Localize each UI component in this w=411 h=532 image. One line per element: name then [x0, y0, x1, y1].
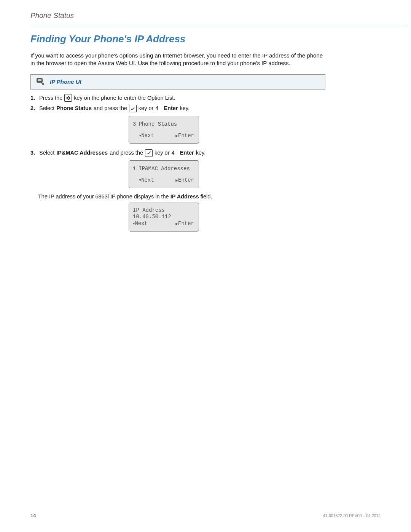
step-text: Select	[39, 104, 54, 113]
step-text: 4	[172, 149, 175, 157]
step-number: 1.	[30, 94, 37, 102]
step-text: key on the phone to enter the Option Lis…	[74, 94, 175, 102]
step-text: key.	[180, 104, 190, 113]
step-text: key or	[155, 149, 170, 157]
intro-paragraph: If you want to access your phone's optio…	[30, 52, 327, 67]
lcd-next: ▼Next	[133, 220, 148, 228]
lcd-enter: ▶Enter	[175, 176, 194, 184]
lcd-line: IP Address	[133, 207, 194, 214]
step-text: and press the	[110, 149, 143, 157]
step-text: 4	[155, 104, 158, 113]
step-bold: Enter	[180, 149, 194, 157]
step-text: Press the	[39, 94, 62, 102]
page-number: 14	[30, 513, 36, 518]
step-bold: Enter	[164, 104, 178, 113]
page-footer: 14 41-001522-00 REV00 – 04.2014	[30, 513, 381, 518]
header-rule	[30, 26, 407, 26]
step-2: 2. Select Phone Status and press the key…	[30, 104, 381, 113]
note-paragraph: The IP address of your 6863i IP phone di…	[38, 193, 381, 200]
check-key-icon	[145, 149, 153, 157]
callout-box: IP Phone UI	[30, 74, 325, 89]
lcd-screen-ipmac: 1 IP&MAC Addresses ▼Next ▶Enter	[129, 160, 199, 188]
step-3: 3. Select IP&MAC Addresses and press the…	[30, 149, 381, 157]
lcd-enter: ▶Enter	[175, 132, 194, 140]
step-bold: Phone Status	[56, 104, 92, 113]
lcd-screen-ip-address: IP Address 10.40.50.112 ▼Next ▶Enter	[129, 203, 199, 232]
lcd-ip-value: 10.40.50.112	[133, 214, 194, 220]
lcd-enter: ▶Enter	[175, 220, 194, 228]
lcd-index: 3	[133, 120, 136, 128]
svg-rect-0	[38, 79, 41, 81]
check-key-icon	[129, 105, 137, 112]
running-header: Phone Status	[30, 11, 381, 20]
callout-label: IP Phone UI	[50, 78, 81, 85]
lcd-next: ▼Next	[133, 176, 154, 184]
step-number: 3.	[30, 149, 37, 157]
step-number: 2.	[30, 104, 37, 113]
steps-list-cont: 3. Select IP&MAC Addresses and press the…	[30, 149, 381, 157]
step-1: 1. Press the key on the phone to enter t…	[30, 94, 381, 102]
steps-list: 1. Press the key on the phone to enter t…	[30, 94, 381, 113]
lcd-title: Phone Status	[139, 120, 177, 128]
settings-key-icon	[64, 94, 72, 102]
lcd-title: IP&MAC Addresses	[139, 165, 190, 173]
step-text: key.	[196, 149, 206, 157]
step-text: Select	[39, 149, 54, 157]
lcd-next: ▼Next	[133, 132, 154, 140]
step-text: and press the	[94, 104, 127, 113]
lcd-index: 1	[133, 165, 136, 173]
doc-revision: 41-001522-00 REV00 – 04.2014	[323, 513, 381, 518]
phone-icon	[35, 77, 45, 87]
step-text: key or	[139, 104, 154, 113]
step-bold: IP&MAC Addresses	[56, 149, 108, 157]
lcd-screen-phone-status: 3 Phone Status ▼Next ▶Enter	[129, 116, 199, 144]
section-title: Finding Your Phone's IP Address	[30, 33, 381, 45]
